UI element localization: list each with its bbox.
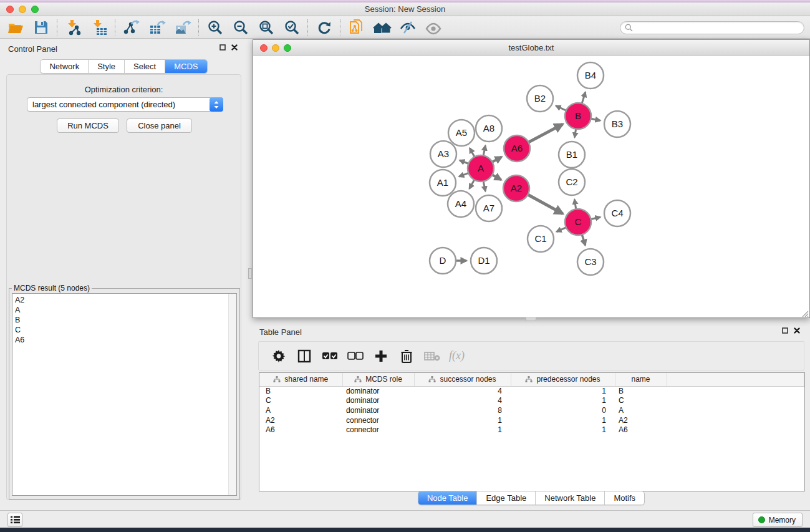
cell[interactable]: C — [259, 396, 342, 406]
deselect-all-columns-button[interactable] — [347, 347, 364, 365]
add-column-button[interactable] — [372, 347, 390, 365]
graph-edge-A6-B[interactable] — [529, 124, 563, 142]
graph-edge-B-B2[interactable] — [556, 106, 566, 111]
graph-edge-A-A6[interactable] — [492, 157, 501, 162]
tab-mcds[interactable]: MCDS — [165, 60, 206, 73]
cell[interactable]: B — [259, 386, 342, 396]
copy-network-button[interactable] — [344, 17, 369, 37]
cell[interactable]: 4 — [414, 386, 511, 396]
tab-select[interactable]: Select — [124, 60, 165, 73]
cell[interactable]: dominator — [342, 396, 414, 406]
tab-network[interactable]: Network — [41, 60, 88, 73]
network-window-titlebar[interactable]: testGlobe.txt — [253, 40, 809, 56]
column-header-successor-nodes[interactable]: successor nodes — [414, 373, 511, 386]
graph-edge-C-C2[interactable] — [574, 200, 576, 210]
tab-network-table[interactable]: Network Table — [535, 491, 604, 505]
table-row-A2[interactable]: A2connector11A2 — [259, 415, 804, 425]
panel-divider-handle-vertical[interactable] — [248, 268, 252, 279]
cell[interactable]: B — [615, 386, 667, 396]
result-list-scrollbar[interactable] — [228, 294, 236, 495]
table-row-A[interactable]: Adominator80A — [259, 405, 804, 415]
split-panel-button[interactable] — [296, 347, 313, 365]
graph-edge-C-C4[interactable] — [591, 217, 600, 219]
zoom-in-button[interactable] — [202, 17, 228, 37]
mcds-result-item[interactable]: A — [15, 305, 236, 315]
cell[interactable]: 0 — [511, 405, 615, 415]
column-header-predecessor-nodes[interactable]: predecessor nodes — [511, 373, 615, 386]
cell[interactable]: A — [259, 405, 342, 415]
graph-edge-B-B4[interactable] — [582, 92, 586, 104]
cell[interactable]: A2 — [615, 415, 667, 425]
cell[interactable]: dominator — [342, 405, 414, 415]
graph-edge-C-C1[interactable] — [557, 228, 566, 232]
cell[interactable]: A — [615, 405, 667, 415]
run-mcds-button[interactable]: Run MCDS — [57, 118, 119, 133]
mcds-result-item[interactable]: B — [15, 315, 236, 325]
mcds-result-item[interactable]: C — [15, 325, 236, 335]
float-panel-icon[interactable] — [219, 44, 226, 51]
graph-edge-B-B3[interactable] — [591, 118, 600, 120]
cell[interactable]: 1 — [414, 425, 511, 435]
cell[interactable]: C — [615, 396, 667, 406]
delete-table-button[interactable] — [423, 347, 441, 365]
export-image-button[interactable] — [170, 17, 195, 37]
open-file-button[interactable] — [2, 17, 28, 37]
network-canvas[interactable]: B4B2BB3A8A5A6A3B1AC2A1A2A4A7C4CC1DD1C3 — [253, 56, 809, 317]
import-table-button[interactable] — [86, 17, 112, 37]
table-row-B[interactable]: Bdominator41B — [259, 386, 804, 396]
select-all-columns-button[interactable] — [321, 347, 339, 365]
window-resize-grip[interactable] — [801, 309, 809, 317]
redraw-graph-button[interactable] — [311, 17, 337, 37]
mcds-result-item[interactable]: A6 — [15, 335, 236, 345]
table-row-A6[interactable]: A6connector11A6 — [259, 425, 804, 435]
table-row-C[interactable]: Cdominator41C — [259, 396, 804, 406]
zoom-out-button[interactable] — [228, 17, 253, 37]
cell[interactable]: A6 — [615, 425, 667, 435]
hide-selected-button[interactable] — [395, 17, 420, 37]
cell[interactable]: 8 — [414, 405, 511, 415]
cell[interactable]: 1 — [511, 415, 615, 425]
delete-column-button[interactable] — [398, 347, 415, 365]
graph-edge-A-A8[interactable] — [483, 145, 485, 155]
zoom-selected-button[interactable] — [279, 17, 304, 37]
cell[interactable]: 4 — [414, 396, 511, 406]
graph-edge-A-A3[interactable] — [460, 160, 468, 163]
cell[interactable]: dominator — [342, 386, 414, 396]
close-panel-icon[interactable] — [231, 44, 238, 51]
table-header-row[interactable]: shared nameMCDS rolesuccessor nodesprede… — [259, 373, 804, 386]
first-neighbors-button[interactable] — [369, 17, 395, 37]
graph-edge-A-A4[interactable] — [470, 180, 475, 188]
graph-edge-A-A2[interactable] — [492, 175, 501, 180]
column-header-MCDS-role[interactable]: MCDS role — [342, 373, 414, 386]
cell[interactable]: connector — [342, 415, 414, 425]
cell[interactable]: A2 — [259, 415, 342, 425]
memory-button[interactable]: Memory — [753, 513, 803, 527]
export-network-button[interactable] — [118, 17, 144, 37]
criterion-dropdown[interactable]: largest connected component (directed) — [27, 97, 223, 112]
cell[interactable]: connector — [342, 425, 414, 435]
import-network-button[interactable] — [60, 17, 86, 37]
export-table-button[interactable] — [144, 17, 170, 37]
cell[interactable]: A6 — [259, 425, 342, 435]
function-builder-button[interactable]: f(x) — [449, 349, 465, 362]
show-all-button[interactable] — [420, 17, 446, 37]
float-table-panel-icon[interactable] — [782, 327, 788, 334]
graph-edge-C-C3[interactable] — [582, 235, 585, 245]
cell[interactable]: 1 — [511, 425, 615, 435]
graph-edge-A2-C[interactable] — [528, 195, 562, 214]
save-session-button[interactable] — [28, 17, 54, 37]
tab-node-table[interactable]: Node Table — [418, 491, 477, 505]
graph-edge-A-A1[interactable] — [459, 173, 468, 177]
column-header-name[interactable]: name — [615, 373, 667, 386]
tab-edge-table[interactable]: Edge Table — [476, 491, 535, 505]
cell[interactable]: 1 — [414, 415, 511, 425]
cell[interactable]: 1 — [511, 396, 615, 406]
task-history-button[interactable] — [7, 513, 22, 527]
close-panel-button[interactable]: Close panel — [127, 118, 192, 133]
graph-edge-A-A5[interactable] — [470, 148, 475, 157]
tab-motifs[interactable]: Motifs — [604, 491, 644, 505]
cell[interactable]: 1 — [511, 386, 615, 396]
close-table-panel-icon[interactable] — [794, 327, 800, 334]
panel-divider-handle-horizontal[interactable] — [526, 317, 536, 321]
zoom-fit-button[interactable] — [253, 17, 279, 37]
